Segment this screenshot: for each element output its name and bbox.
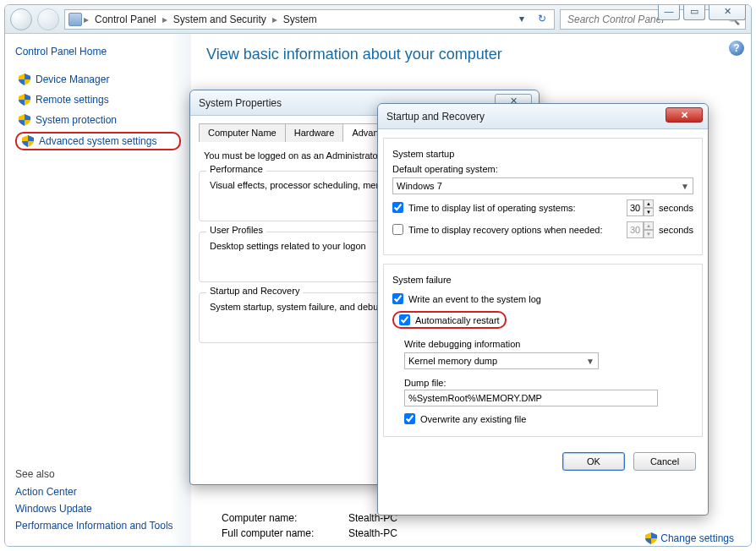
checkbox-input[interactable]	[392, 202, 403, 213]
dialog-close-button[interactable]: ✕	[666, 107, 703, 123]
time-display-os-label: Time to display list of operating system…	[408, 203, 576, 213]
maximize-button[interactable]: ▭	[683, 5, 705, 20]
sidebar-item-device-manager[interactable]: Device Manager	[15, 71, 181, 88]
refresh-button[interactable]: ↻	[534, 12, 551, 27]
write-event-checkbox[interactable]: Write an event to the system log	[392, 293, 693, 304]
chevron-right-icon: ▸	[162, 14, 167, 25]
sidebar: Control Panel Home Device Manager Remote…	[5, 34, 191, 546]
close-button[interactable]: ✕	[709, 5, 746, 20]
computer-name-label: Computer name:	[222, 512, 348, 524]
nav-forward-button[interactable]	[37, 8, 59, 30]
overwrite-label: Overwrite any existing file	[420, 414, 526, 424]
sidebar-item-label: Remote settings	[36, 94, 109, 106]
os-list-seconds-spinner[interactable]: ▲ ▼	[627, 199, 654, 216]
sidebar-item-label: Device Manager	[36, 74, 109, 85]
spinner-up-button[interactable]: ▲	[644, 199, 654, 208]
see-also-header: See also	[15, 468, 181, 480]
shield-icon	[645, 532, 657, 544]
debug-info-value: Kernel memory dump	[408, 356, 497, 366]
page-title: View basic information about your comput…	[206, 46, 736, 63]
debug-info-select[interactable]: Kernel memory dump ▼	[404, 352, 599, 369]
address-bar[interactable]: ▸ Control Panel ▸ System and Security ▸ …	[64, 9, 555, 30]
tab-computer-name[interactable]: Computer Name	[199, 123, 286, 142]
breadcrumb-item[interactable]: System and Security	[169, 14, 271, 25]
help-icon[interactable]: ?	[729, 41, 744, 56]
seconds-label: seconds	[659, 203, 693, 213]
system-startup-legend: System startup	[389, 149, 457, 159]
change-settings-link[interactable]: Change settings	[645, 532, 734, 544]
default-os-select[interactable]: Windows 7 ▼	[392, 177, 693, 194]
shield-icon	[19, 114, 30, 126]
breadcrumb-item[interactable]: Control Panel	[90, 14, 161, 25]
checkbox-input[interactable]	[392, 224, 403, 235]
overwrite-checkbox[interactable]: Overwrite any existing file	[404, 413, 693, 424]
spinner-up-button: ▲	[644, 221, 654, 230]
nav-back-button[interactable]	[10, 8, 32, 30]
checkbox-input[interactable]	[392, 293, 403, 304]
startup-ok-button[interactable]: OK	[562, 452, 625, 471]
startup-recovery-dialog: Startup and Recovery ✕ System startup De…	[377, 103, 709, 516]
spinner-down-button[interactable]: ▼	[644, 208, 654, 216]
breadcrumb-item[interactable]: System	[279, 14, 321, 25]
dropdown-history-button[interactable]: ▾	[513, 12, 530, 27]
write-event-label: Write an event to the system log	[408, 294, 541, 304]
dialog-title: System Properties	[199, 97, 282, 109]
user-profiles-group-label: User Profiles	[206, 225, 266, 235]
seealso-performance-info[interactable]: Performance Information and Tools	[15, 517, 181, 534]
chevron-down-icon: ▼	[681, 182, 689, 191]
minimize-button[interactable]: —	[658, 5, 680, 20]
dump-file-label: Dump file:	[404, 378, 693, 388]
sidebar-item-remote-settings[interactable]: Remote settings	[15, 91, 181, 108]
time-display-recovery-label: Time to display recovery options when ne…	[408, 225, 603, 235]
dialog-title: Startup and Recovery	[386, 111, 485, 123]
dialog-titlebar[interactable]: Startup and Recovery ✕	[378, 104, 708, 129]
control-panel-home-link[interactable]: Control Panel Home	[15, 46, 181, 57]
default-os-value: Windows 7	[397, 181, 442, 191]
seealso-action-center[interactable]: Action Center	[15, 483, 181, 500]
full-computer-name-label: Full computer name:	[222, 527, 348, 539]
system-failure-legend: System failure	[389, 275, 455, 285]
debug-info-label: Write debugging information	[404, 339, 693, 349]
tab-hardware[interactable]: Hardware	[285, 123, 344, 142]
shield-icon	[19, 74, 30, 85]
performance-group-label: Performance	[206, 164, 266, 174]
startup-cancel-button[interactable]: Cancel	[633, 452, 696, 471]
chevron-down-icon: ▼	[586, 357, 594, 366]
checkbox-input[interactable]	[404, 413, 415, 424]
sidebar-item-advanced-system-settings[interactable]: Advanced system settings	[15, 132, 181, 150]
sidebar-item-label: Advanced system settings	[39, 135, 156, 147]
auto-restart-checkbox[interactable]: Automatically restart	[392, 311, 507, 329]
time-display-os-checkbox[interactable]: Time to display list of operating system…	[392, 202, 576, 213]
spinner-input[interactable]	[627, 199, 644, 216]
startup-recovery-group-label: Startup and Recovery	[206, 286, 303, 296]
navigation-bar: ▸ Control Panel ▸ System and Security ▸ …	[5, 5, 751, 34]
system-failure-fieldset: System failure Write an event to the sys…	[383, 264, 703, 437]
auto-restart-label: Automatically restart	[415, 315, 500, 325]
chevron-right-icon: ▸	[84, 14, 89, 25]
spinner-down-button: ▼	[644, 230, 654, 238]
system-startup-fieldset: System startup Default operating system:…	[383, 138, 703, 255]
recovery-seconds-spinner[interactable]: ▲ ▼	[627, 221, 654, 238]
seconds-label: seconds	[659, 225, 693, 235]
chevron-right-icon: ▸	[272, 14, 277, 25]
checkbox-input[interactable]	[399, 314, 410, 325]
spinner-input	[627, 221, 644, 238]
full-computer-name-value: Stealth-PC	[348, 527, 397, 539]
seealso-windows-update[interactable]: Windows Update	[15, 500, 181, 517]
time-display-recovery-checkbox[interactable]: Time to display recovery options when ne…	[392, 224, 603, 235]
dump-file-input[interactable]	[404, 390, 658, 406]
shield-icon	[22, 135, 34, 147]
sidebar-item-system-protection[interactable]: System protection	[15, 112, 181, 128]
sidebar-item-label: System protection	[36, 114, 117, 126]
shield-icon	[19, 94, 30, 106]
change-settings-label: Change settings	[660, 532, 734, 544]
location-icon	[68, 13, 82, 26]
default-os-label: Default operating system:	[392, 164, 693, 174]
